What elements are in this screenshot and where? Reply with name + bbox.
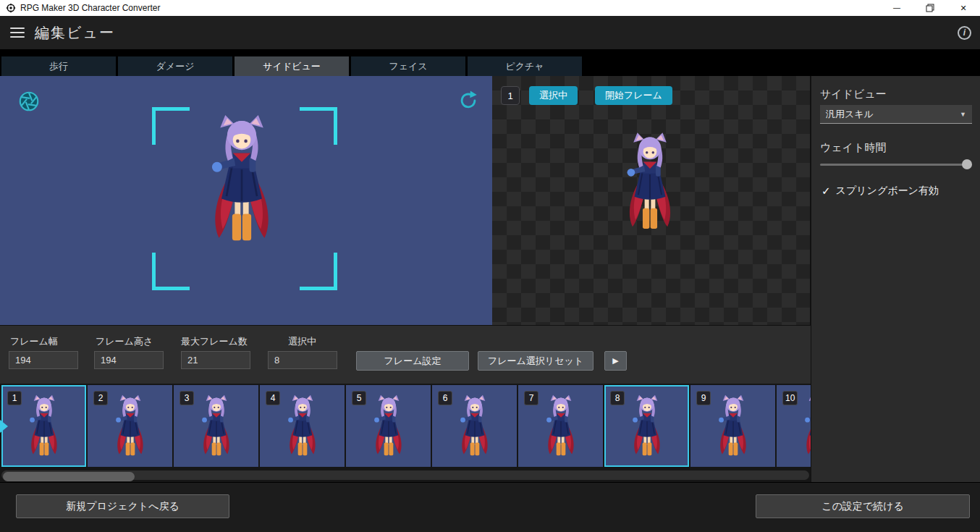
focus-bracket-top-left xyxy=(152,107,190,145)
sidebar-title: サイドビュー xyxy=(820,88,887,101)
app-logo-icon xyxy=(6,3,16,13)
sprite-preview-panel: 1 選択中 開始フレーム xyxy=(492,76,811,325)
app-window: RPG Maker 3D Character Converter — ✕ 編集ビ… xyxy=(0,0,980,532)
character-sprite xyxy=(25,392,64,461)
character-sprite xyxy=(800,392,811,461)
page-title: 編集ビュー xyxy=(35,23,115,43)
frame-thumbnail-5[interactable]: 5 xyxy=(346,385,431,467)
wait-time-label: ウェイト時間 xyxy=(820,141,886,155)
play-button[interactable]: ▶ xyxy=(604,351,627,371)
frame-number-badge: 6 xyxy=(438,391,452,405)
frame-width-label: フレーム幅 xyxy=(10,335,58,348)
selected-button[interactable]: 選択中 xyxy=(529,86,578,105)
frame-thumbnails: 1 2 3 4 5 6 7 xyxy=(1,385,811,467)
spring-bone-checkbox[interactable]: ✓ スプリングボーン有効 xyxy=(821,185,939,198)
frame-thumbnail-7[interactable]: 7 xyxy=(518,385,603,467)
continue-button[interactable]: この設定で続ける xyxy=(756,494,970,518)
motion-dropdown[interactable]: 汎用スキル ▼ xyxy=(820,105,972,124)
max-frames-input[interactable] xyxy=(181,351,250,369)
frame-thumbnail-4[interactable]: 4 xyxy=(260,385,345,467)
hamburger-menu-icon[interactable] xyxy=(10,28,25,38)
focus-bracket-bottom-left xyxy=(152,253,190,290)
frame-number-badge: 2 xyxy=(93,391,108,405)
check-icon: ✓ xyxy=(821,185,831,198)
aperture-icon[interactable] xyxy=(17,90,41,113)
frame-set-button[interactable]: フレーム設定 xyxy=(356,351,469,371)
slider-handle[interactable] xyxy=(962,159,972,169)
minimize-button[interactable]: — xyxy=(880,0,913,16)
selected-frame-input[interactable] xyxy=(268,351,337,369)
scrollbar-thumb[interactable] xyxy=(3,472,135,481)
character-sprite xyxy=(628,392,667,461)
render-preview-panel xyxy=(0,76,492,325)
close-icon: ✕ xyxy=(960,4,966,13)
window-controls: — ✕ xyxy=(880,0,980,16)
frame-thumbnail-6[interactable]: 6 xyxy=(432,385,517,467)
frame-settings-bar: フレーム幅 フレーム高さ 最大フレーム数 選択中 フレーム設定 フレーム選択リセ… xyxy=(0,325,811,384)
frame-number-badge: 7 xyxy=(524,391,538,405)
frame-height-label: フレーム高さ xyxy=(96,335,153,348)
frame-thumbnail-2[interactable]: 2 xyxy=(88,385,172,467)
tab-damage[interactable]: ダメージ xyxy=(118,56,232,76)
frame-strip: 1 2 3 4 5 6 7 xyxy=(0,384,811,469)
frame-number-badge: 3 xyxy=(179,391,194,405)
selected-frame-label: 選択中 xyxy=(288,335,316,348)
current-frame-marker xyxy=(0,420,8,433)
tab-face[interactable]: フェイス xyxy=(351,56,465,76)
frame-thumbnail-3[interactable]: 3 xyxy=(174,385,258,467)
close-button[interactable]: ✕ xyxy=(947,0,980,16)
scrollbar-track[interactable] xyxy=(1,470,809,480)
tab-sideview[interactable]: サイドビュー xyxy=(235,56,349,76)
character-sprite xyxy=(369,392,408,461)
frame-number-badge: 9 xyxy=(696,391,711,405)
spring-bone-label: スプリングボーン有効 xyxy=(836,185,939,198)
character-sprite xyxy=(541,392,580,461)
frame-number-badge: 10 xyxy=(782,391,798,405)
header: 編集ビュー i xyxy=(0,16,980,49)
footer-bar: 新規プロジェクトへ戻る この設定で続ける xyxy=(0,482,980,532)
tab-bar: 歩行 ダメージ サイドビュー フェイス ピクチャ xyxy=(0,49,980,76)
frame-number-badge: 1 xyxy=(7,391,22,405)
frame-height-input[interactable] xyxy=(94,351,164,369)
frame-strip-scrollbar[interactable] xyxy=(0,469,811,482)
start-frame-button[interactable]: 開始フレーム xyxy=(595,86,672,105)
sidebar-panel: サイドビュー 汎用スキル ▼ ウェイト時間 ✓ スプリングボーン有効 xyxy=(811,76,980,482)
chevron-down-icon: ▼ xyxy=(960,111,966,118)
frame-thumbnail-10[interactable]: 10 xyxy=(777,385,811,467)
back-to-project-button[interactable]: 新規プロジェクトへ戻る xyxy=(16,494,229,518)
focus-bracket-bottom-right xyxy=(300,253,337,290)
character-sprite xyxy=(197,392,236,461)
frame-number-badge: 8 xyxy=(610,391,625,405)
character-sprite xyxy=(283,392,322,461)
character-sprite xyxy=(455,392,494,461)
frame-width-input[interactable] xyxy=(9,351,78,369)
frame-number-badge: 5 xyxy=(352,391,366,405)
rotate-icon[interactable] xyxy=(457,90,479,111)
tab-walk[interactable]: 歩行 xyxy=(1,56,116,76)
motion-dropdown-value: 汎用スキル xyxy=(826,108,874,121)
frame-thumbnail-9[interactable]: 9 xyxy=(690,385,775,467)
info-glyph: i xyxy=(963,28,966,38)
frame-number-badge: 4 xyxy=(266,391,280,405)
restore-icon xyxy=(926,4,934,12)
character-sprite xyxy=(111,392,150,461)
frame-thumbnail-8[interactable]: 8 xyxy=(604,385,689,467)
wait-time-slider[interactable] xyxy=(820,158,972,171)
character-sprite xyxy=(714,392,753,461)
restore-button[interactable] xyxy=(913,0,947,16)
info-icon[interactable]: i xyxy=(958,26,971,40)
minimize-icon: — xyxy=(893,4,900,12)
titlebar: RPG Maker 3D Character Converter — ✕ xyxy=(0,0,980,16)
focus-bracket-top-right xyxy=(300,107,337,145)
slider-track xyxy=(820,164,972,166)
tab-picture[interactable]: ピクチャ xyxy=(468,56,582,76)
character-sprite xyxy=(619,129,681,237)
frame-badge: 1 xyxy=(501,86,520,105)
frame-thumbnail-1[interactable]: 1 xyxy=(1,385,86,467)
window-title: RPG Maker 3D Character Converter xyxy=(20,3,160,13)
frame-reset-button[interactable]: フレーム選択リセット xyxy=(478,351,594,371)
max-frames-label: 最大フレーム数 xyxy=(181,335,248,348)
character-sprite xyxy=(201,110,282,252)
